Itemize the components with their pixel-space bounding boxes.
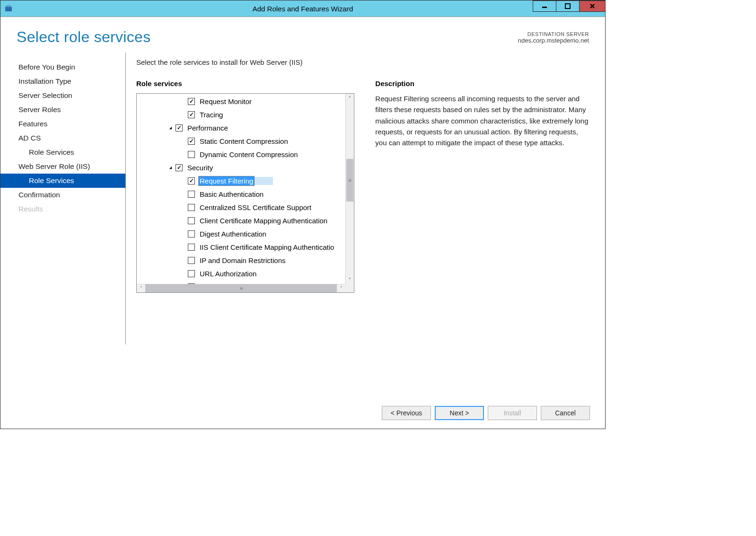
page-title: Select role services <box>17 28 150 46</box>
checkbox[interactable] <box>188 111 195 118</box>
tree-item-request-monitor[interactable]: Request Monitor <box>137 95 354 108</box>
previous-button[interactable]: < Previous <box>382 406 431 420</box>
expander-placeholder <box>179 257 186 264</box>
role-services-column: Role services Request MonitorTracingPerf… <box>136 79 354 396</box>
tree-item-digest-authentication[interactable]: Digest Authentication <box>137 227 354 240</box>
tree-item-label: Basic Authentication <box>199 190 264 199</box>
sidebar-item-role-services[interactable]: Role Services <box>0 174 125 188</box>
vertical-scrollbar[interactable]: ˄ ˅ <box>345 94 354 284</box>
checkbox[interactable] <box>176 124 183 132</box>
checkbox[interactable] <box>188 138 195 145</box>
window-content: Select role services DESTINATION SERVER … <box>0 17 605 429</box>
cancel-button[interactable]: Cancel <box>541 406 590 420</box>
tree-item-label: IIS Client Certificate Mapping Authentic… <box>199 243 335 252</box>
sidebar-item-role-services[interactable]: Role Services <box>0 145 125 159</box>
scroll-up-icon[interactable]: ˄ <box>346 94 354 102</box>
pane-columns: Role services Request MonitorTracingPerf… <box>136 79 589 396</box>
tree-body[interactable]: Request MonitorTracingPerformanceStatic … <box>137 94 354 284</box>
expander-placeholder <box>179 151 186 158</box>
role-services-tree: Request MonitorTracingPerformanceStatic … <box>136 93 354 293</box>
expander-placeholder <box>179 191 186 197</box>
tree-item-performance[interactable]: Performance <box>137 121 354 134</box>
tree-item-label: Performance <box>186 123 229 132</box>
sidebar-item-web-server-role-iis-[interactable]: Web Server Role (IIS) <box>0 159 125 174</box>
titlebar: Add Roles and Features Wizard <box>0 0 605 17</box>
sidebar-item-before-you-begin[interactable]: Before You Begin <box>0 60 125 74</box>
expander-placeholder <box>179 230 186 237</box>
expander-placeholder <box>179 217 186 224</box>
description-text: Request Filtering screens all incoming r… <box>375 93 589 148</box>
tree-item-windows-authentication[interactable]: Windows Authentication <box>137 280 354 284</box>
tree-item-label: IP and Domain Restrictions <box>199 256 286 265</box>
tree-item-label: Tracing <box>199 110 224 119</box>
horizontal-scrollbar[interactable]: ˂ ˃ <box>137 284 345 292</box>
tree-item-label: Dynamic Content Compression <box>199 150 299 159</box>
scroll-down-icon[interactable]: ˅ <box>346 275 354 284</box>
next-button[interactable]: Next > <box>435 406 484 420</box>
svg-rect-3 <box>565 4 570 9</box>
tree-item-label: Static Content Compression <box>199 137 289 146</box>
tree-item-label: Digest Authentication <box>199 229 267 238</box>
tree-item-iis-client-certificate-mapping-authenticatio[interactable]: IIS Client Certificate Mapping Authentic… <box>137 240 354 254</box>
tree-item-tracing[interactable]: Tracing <box>137 108 354 121</box>
maximize-button[interactable] <box>556 0 580 12</box>
svg-rect-1 <box>6 5 11 7</box>
tree-item-centralized-ssl-certificate-support[interactable]: Centralized SSL Certificate Support <box>137 201 354 214</box>
sidebar-item-server-selection[interactable]: Server Selection <box>0 88 125 103</box>
expander-placeholder <box>179 270 186 277</box>
minimize-button[interactable] <box>533 0 556 12</box>
description-heading: Description <box>375 79 589 88</box>
tree-item-request-filtering[interactable]: Request Filtering <box>137 174 354 187</box>
tree-item-basic-authentication[interactable]: Basic Authentication <box>137 187 354 201</box>
scroll-thumb[interactable] <box>346 159 353 202</box>
sidebar-item-installation-type[interactable]: Installation Type <box>0 74 125 88</box>
sidebar-item-features[interactable]: Features <box>0 117 125 131</box>
checkbox[interactable] <box>188 244 195 251</box>
svg-rect-0 <box>5 7 12 11</box>
scroll-track[interactable] <box>346 102 354 275</box>
tree-item-label: Security <box>186 163 214 172</box>
scroll-left-icon[interactable]: ˂ <box>137 284 145 292</box>
tree-item-ip-and-domain-restrictions[interactable]: IP and Domain Restrictions <box>137 254 354 267</box>
sidebar-item-ad-cs[interactable]: AD CS <box>0 131 125 145</box>
expander-placeholder <box>179 244 186 250</box>
checkbox[interactable] <box>188 230 195 237</box>
expander-open-icon[interactable] <box>167 124 174 131</box>
pane-intro: Select the role services to install for … <box>136 58 589 66</box>
tree-item-security[interactable]: Security <box>137 161 354 174</box>
install-button: Install <box>488 406 537 420</box>
header-row: Select role services DESTINATION SERVER … <box>0 17 605 46</box>
wizard-footer: < Previous Next > Install Cancel <box>0 396 605 429</box>
sidebar-item-server-roles[interactable]: Server Roles <box>0 103 125 117</box>
checkbox[interactable] <box>188 204 195 211</box>
scroll-right-icon[interactable]: ˃ <box>337 284 345 292</box>
checkbox[interactable] <box>188 98 195 105</box>
tree-item-static-content-compression[interactable]: Static Content Compression <box>137 134 354 148</box>
sidebar-item-confirmation[interactable]: Confirmation <box>0 188 125 202</box>
tree-item-url-authorization[interactable]: URL Authorization <box>137 267 354 280</box>
close-button[interactable] <box>579 0 606 12</box>
expander-open-icon[interactable] <box>167 164 174 171</box>
checkbox[interactable] <box>188 191 195 198</box>
app-icon <box>4 4 14 13</box>
svg-rect-2 <box>542 7 547 8</box>
checkbox[interactable] <box>188 257 195 264</box>
checkbox[interactable] <box>188 151 195 158</box>
tree-item-dynamic-content-compression[interactable]: Dynamic Content Compression <box>137 148 354 161</box>
tree-item-label: Request Filtering <box>199 176 254 185</box>
tree-item-label: URL Authorization <box>199 269 257 278</box>
checkbox[interactable] <box>188 270 195 277</box>
expander-placeholder <box>179 204 186 211</box>
checkbox[interactable] <box>176 164 183 171</box>
sidebar-nav: Before You BeginInstallation TypeServer … <box>0 53 126 344</box>
checkbox[interactable] <box>188 217 195 224</box>
hscroll-track[interactable] <box>145 284 337 292</box>
tree-item-client-certificate-mapping-authentication[interactable]: Client Certificate Mapping Authenticatio… <box>137 214 354 227</box>
checkbox[interactable] <box>188 177 195 185</box>
description-column: Description Request Filtering screens al… <box>375 79 589 396</box>
tree-item-label: Client Certificate Mapping Authenticatio… <box>199 216 328 225</box>
tree-item-label: Request Monitor <box>199 97 253 106</box>
expander-placeholder <box>179 177 186 184</box>
tree-item-label: Centralized SSL Certificate Support <box>199 203 312 212</box>
expander-placeholder <box>179 111 186 118</box>
